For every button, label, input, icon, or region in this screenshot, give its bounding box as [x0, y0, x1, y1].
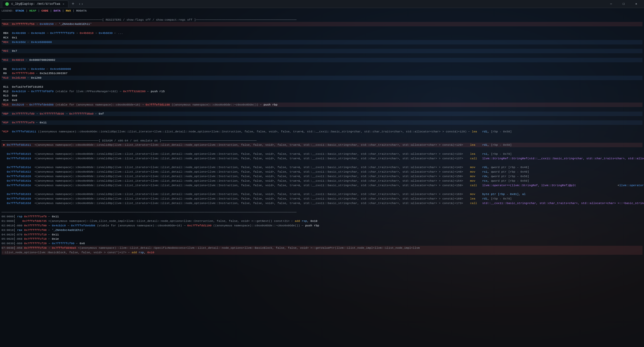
close-button[interactable]: ✕	[630, 0, 642, 8]
active-tab[interactable]: c_lby@laptop: /mnt/d/softwa ✕	[2, 1, 68, 8]
window-controls: ─ □ ✕	[605, 0, 642, 8]
terminal-output: LEGEND: STACK | HEAP | CODE | DATA | RWX…	[2, 9, 642, 259]
tab-favicon	[5, 2, 9, 6]
tab-close-button[interactable]: ✕	[62, 2, 65, 6]
terminal-content: LEGEND: STACK | HEAP | CODE | DATA | RWX…	[0, 8, 644, 347]
maximize-button[interactable]: □	[618, 0, 629, 8]
tab-title: c_lby@laptop: /mnt/d/softwa	[11, 2, 60, 6]
tab-next-button[interactable]: ›	[81, 2, 83, 6]
tab-nav: ‹ ›	[78, 2, 83, 6]
tab-prev-button[interactable]: ‹	[78, 2, 80, 6]
minimize-button[interactable]: ─	[605, 0, 617, 8]
new-tab-button[interactable]: +	[69, 1, 76, 8]
tab-bar: c_lby@laptop: /mnt/d/softwa ✕ + ‹ › ─ □ …	[0, 0, 644, 8]
